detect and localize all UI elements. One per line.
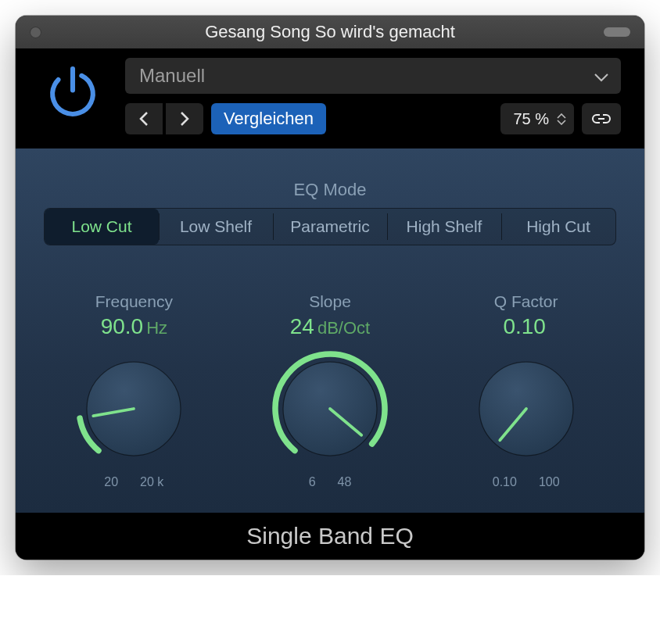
power-icon [43, 62, 102, 121]
link-icon [590, 111, 612, 127]
knob-label: Frequency [95, 292, 173, 311]
knob-value: 90.0Hz [101, 314, 167, 339]
knob-label: Q Factor [494, 292, 558, 311]
plugin-header: Manuell Vergleichen [16, 48, 644, 148]
window-title: Gesang Song So wird's gemacht [16, 22, 644, 42]
plugin-window: Gesang Song So wird's gemacht Manuell [16, 16, 644, 560]
compare-button[interactable]: Vergleichen [211, 103, 326, 134]
knob-value: 24dB/Oct [290, 314, 370, 339]
compare-label: Vergleichen [224, 109, 314, 129]
titlebar: Gesang Song So wird's gemacht [16, 16, 644, 48]
plugin-footer: Single Band EQ [16, 513, 644, 560]
tab-low-shelf[interactable]: Low Shelf [159, 209, 273, 245]
prev-preset-button[interactable] [125, 103, 163, 134]
preset-select[interactable]: Manuell [125, 58, 621, 94]
zoom-value: 75 % [513, 110, 549, 128]
chevron-right-icon [179, 111, 190, 127]
knob-dial-frequency[interactable] [75, 350, 192, 467]
link-button[interactable] [582, 103, 621, 134]
knob-slope: Slope 24dB/Oct 6 48 [240, 292, 421, 489]
knob-dial-slope[interactable] [271, 350, 389, 467]
knob-label: Slope [309, 292, 351, 311]
tab-high-shelf[interactable]: High Shelf [387, 209, 501, 245]
tab-parametric[interactable]: Parametric [273, 209, 387, 245]
zoom-stepper[interactable]: 75 % [500, 103, 574, 134]
eq-mode-label: EQ Mode [44, 180, 616, 200]
knob-value: 0.10 [503, 314, 549, 339]
traffic-light-close[interactable] [30, 27, 41, 38]
eq-mode-tabs: Low Cut Low Shelf Parametric High Shelf … [44, 208, 616, 245]
tab-low-cut[interactable]: Low Cut [45, 209, 159, 245]
knob-dial-qfactor[interactable] [468, 350, 585, 467]
knob-qfactor: Q Factor 0.10 0.10 100 [436, 292, 616, 489]
knob-scale: 0.10 100 [493, 475, 560, 489]
titlebar-right-indicator [604, 27, 630, 37]
stepper-arrows-icon [557, 113, 566, 125]
plugin-body: EQ Mode Low Cut Low Shelf Parametric Hig… [16, 148, 644, 513]
chevron-down-icon [594, 65, 608, 87]
tab-high-cut[interactable]: High Cut [501, 209, 615, 245]
power-button[interactable] [39, 58, 106, 125]
preset-label: Manuell [139, 65, 205, 87]
knob-frequency: Frequency 90.0Hz 20 20 k [44, 292, 224, 489]
knob-scale: 20 20 k [104, 475, 163, 489]
plugin-title: Single Band EQ [246, 523, 413, 549]
chevron-left-icon [138, 111, 149, 127]
next-preset-button[interactable] [166, 103, 203, 134]
knob-scale: 6 48 [309, 475, 352, 489]
